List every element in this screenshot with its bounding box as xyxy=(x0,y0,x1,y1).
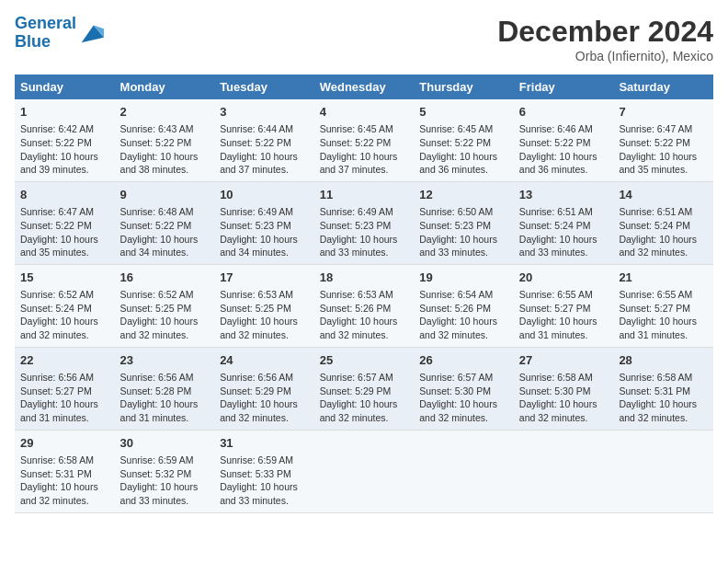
day-info-line: Sunset: 5:26 PM xyxy=(419,302,508,316)
page-header: General Blue December 2024 Orba (Infiern… xyxy=(15,15,713,63)
day-info-line: Daylight: 10 hours xyxy=(120,150,210,164)
day-info-line: and 36 minutes. xyxy=(519,163,609,177)
day-info-line: Sunset: 5:23 PM xyxy=(419,219,508,233)
day-info-line: Sunset: 5:24 PM xyxy=(619,219,708,233)
day-number: 15 xyxy=(20,270,109,286)
day-info-line: and 32 minutes. xyxy=(320,328,409,342)
day-info-line: Sunrise: 6:51 AM xyxy=(619,205,708,219)
calendar-cell: 12Sunrise: 6:50 AMSunset: 5:23 PMDayligh… xyxy=(414,181,514,264)
calendar-cell: 6Sunrise: 6:46 AMSunset: 5:22 PMDaylight… xyxy=(514,99,614,181)
header-row: SundayMondayTuesdayWednesdayThursdayFrid… xyxy=(15,75,713,99)
day-info-line: and 36 minutes. xyxy=(419,163,508,177)
day-info-line: Daylight: 10 hours xyxy=(320,315,409,328)
day-number: 3 xyxy=(220,104,309,121)
calendar-cell xyxy=(613,430,713,512)
day-info-line: Sunrise: 6:44 AM xyxy=(220,122,309,136)
day-info-line: Daylight: 10 hours xyxy=(320,233,409,247)
day-info-line: Sunset: 5:22 PM xyxy=(320,136,409,150)
day-info-line: Sunrise: 6:51 AM xyxy=(519,205,609,219)
month-title: December 2024 xyxy=(497,15,713,49)
calendar-cell: 17Sunrise: 6:53 AMSunset: 5:25 PMDayligh… xyxy=(214,264,314,347)
day-info-line: Sunset: 5:29 PM xyxy=(220,385,309,398)
day-info-line: and 32 minutes. xyxy=(619,411,708,425)
day-info-line: and 32 minutes. xyxy=(220,328,309,342)
calendar-cell: 13Sunrise: 6:51 AMSunset: 5:24 PMDayligh… xyxy=(514,181,614,264)
day-number: 2 xyxy=(120,104,210,121)
day-info-line: and 33 minutes. xyxy=(419,246,508,259)
calendar-cell: 18Sunrise: 6:53 AMSunset: 5:26 PMDayligh… xyxy=(314,264,415,347)
day-info-line: Sunset: 5:22 PM xyxy=(519,136,609,150)
day-info-line: Sunset: 5:22 PM xyxy=(220,136,309,150)
day-number: 31 xyxy=(220,435,309,452)
column-header-monday: Monday xyxy=(115,75,215,99)
location: Orba (Infiernito), Mexico xyxy=(497,49,713,63)
calendar-cell: 15Sunrise: 6:52 AMSunset: 5:24 PMDayligh… xyxy=(15,264,115,347)
calendar-cell xyxy=(514,430,614,512)
calendar-cell: 27Sunrise: 6:58 AMSunset: 5:30 PMDayligh… xyxy=(514,347,614,430)
day-info-line: Daylight: 10 hours xyxy=(20,150,109,164)
day-info-line: Sunset: 5:30 PM xyxy=(519,385,609,398)
day-info-line: and 38 minutes. xyxy=(120,163,210,177)
day-info-line: Sunset: 5:32 PM xyxy=(120,467,210,481)
day-info-line: Sunset: 5:25 PM xyxy=(120,302,210,316)
logo-general: General xyxy=(15,14,76,32)
day-info-line: and 35 minutes. xyxy=(619,163,708,177)
day-info-line: Sunset: 5:24 PM xyxy=(20,302,109,316)
column-header-friday: Friday xyxy=(514,75,614,99)
day-info-line: Sunset: 5:22 PM xyxy=(419,136,508,150)
calendar-cell: 21Sunrise: 6:55 AMSunset: 5:27 PMDayligh… xyxy=(613,264,713,347)
day-info-line: Daylight: 10 hours xyxy=(120,480,210,494)
day-info-line: Sunset: 5:29 PM xyxy=(320,385,409,398)
calendar-cell xyxy=(314,430,415,512)
column-header-sunday: Sunday xyxy=(15,75,115,99)
week-row-4: 22Sunrise: 6:56 AMSunset: 5:27 PMDayligh… xyxy=(15,347,713,430)
day-info-line: Sunrise: 6:50 AM xyxy=(419,205,508,219)
calendar-cell: 11Sunrise: 6:49 AMSunset: 5:23 PMDayligh… xyxy=(314,181,415,264)
day-info-line: Sunrise: 6:52 AM xyxy=(120,288,210,302)
day-number: 14 xyxy=(619,187,708,203)
calendar-cell: 14Sunrise: 6:51 AMSunset: 5:24 PMDayligh… xyxy=(613,181,713,264)
day-number: 5 xyxy=(419,104,508,121)
day-info-line: and 33 minutes. xyxy=(220,494,309,508)
column-header-saturday: Saturday xyxy=(613,75,713,99)
day-info-line: Daylight: 10 hours xyxy=(20,233,109,247)
calendar-cell: 22Sunrise: 6:56 AMSunset: 5:27 PMDayligh… xyxy=(15,347,115,430)
day-info-line: Daylight: 10 hours xyxy=(20,480,109,494)
day-info-line: Daylight: 10 hours xyxy=(419,150,508,164)
day-number: 4 xyxy=(320,104,409,121)
title-block: December 2024 Orba (Infiernito), Mexico xyxy=(497,15,713,63)
day-info-line: Sunset: 5:27 PM xyxy=(20,385,109,398)
day-info-line: Sunrise: 6:59 AM xyxy=(220,454,309,467)
day-info-line: Daylight: 10 hours xyxy=(519,397,609,411)
day-info-line: Sunset: 5:23 PM xyxy=(220,219,309,233)
day-info-line: Daylight: 10 hours xyxy=(519,150,609,164)
calendar-cell: 29Sunrise: 6:58 AMSunset: 5:31 PMDayligh… xyxy=(15,430,115,512)
day-info-line: Sunset: 5:28 PM xyxy=(120,385,210,398)
day-info-line: Daylight: 10 hours xyxy=(619,150,708,164)
calendar-cell: 23Sunrise: 6:56 AMSunset: 5:28 PMDayligh… xyxy=(115,347,215,430)
day-number: 29 xyxy=(20,435,109,452)
day-info-line: and 31 minutes. xyxy=(120,411,210,425)
day-info-line: and 32 minutes. xyxy=(320,411,409,425)
week-row-3: 15Sunrise: 6:52 AMSunset: 5:24 PMDayligh… xyxy=(15,264,713,347)
day-info-line: Sunset: 5:23 PM xyxy=(320,219,409,233)
day-info-line: Daylight: 10 hours xyxy=(419,233,508,247)
calendar-cell: 28Sunrise: 6:58 AMSunset: 5:31 PMDayligh… xyxy=(613,347,713,430)
day-info-line: Daylight: 10 hours xyxy=(320,150,409,164)
day-info-line: and 39 minutes. xyxy=(20,163,109,177)
logo-blue: Blue xyxy=(15,32,51,51)
day-info-line: Sunset: 5:33 PM xyxy=(220,467,309,481)
day-info-line: Sunrise: 6:52 AM xyxy=(20,288,109,302)
day-number: 19 xyxy=(419,270,508,286)
column-header-wednesday: Wednesday xyxy=(314,75,415,99)
day-info-line: Daylight: 10 hours xyxy=(220,233,309,247)
day-info-line: Sunrise: 6:55 AM xyxy=(519,288,609,302)
day-info-line: Sunrise: 6:57 AM xyxy=(320,371,409,385)
day-info-line: Daylight: 10 hours xyxy=(419,315,508,328)
day-number: 12 xyxy=(419,187,508,203)
day-number: 26 xyxy=(419,352,508,369)
day-number: 28 xyxy=(619,352,708,369)
week-row-2: 8Sunrise: 6:47 AMSunset: 5:22 PMDaylight… xyxy=(15,181,713,264)
day-info-line: Daylight: 10 hours xyxy=(220,315,309,328)
calendar-cell xyxy=(414,430,514,512)
